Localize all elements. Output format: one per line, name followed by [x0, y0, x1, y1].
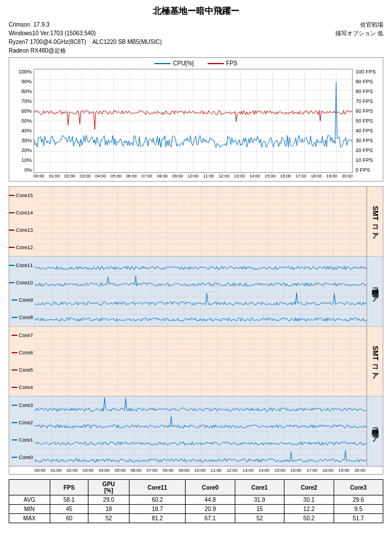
x-axis-main: 00:0001:0002:0003:0004:0005:0006:0007:00…: [34, 173, 353, 180]
meta-app-version: Crimson 17.9.3: [9, 20, 162, 29]
core-chart-area-Core15: [35, 187, 367, 204]
core-name-Core13: Core13: [16, 227, 33, 233]
section-group-3: Core3Core2Core1Core0物理コア: [9, 397, 383, 466]
core-charts: Core15Core14Core13Core12SMTコアCore11Core1…: [9, 186, 383, 475]
core-color-bar-Core14: [9, 212, 14, 213]
core-row-Core11: Core11: [9, 257, 367, 274]
core-label-Core7: Core7: [9, 332, 35, 338]
stats-cell-2: 29.0: [88, 495, 130, 505]
core-color-bar-Core13: [9, 230, 14, 231]
core-name-Core6: Core6: [19, 350, 33, 356]
core-chart-area-Core9: [35, 291, 367, 309]
core-chart-area-Core5: [35, 361, 367, 379]
stats-cell-5: 31.9: [235, 495, 284, 505]
core-row-Core10: Core10: [9, 274, 367, 291]
core-name-Core3: Core3: [19, 402, 33, 408]
section-group-2: Core7Core6Core5Core4SMTコア: [9, 327, 383, 397]
cpu-legend-line: [154, 63, 171, 64]
stats-cell-4: 20.9: [186, 505, 235, 514]
cpu-legend-label: CPU[%]: [173, 60, 194, 66]
section-rows-1: Core11Core10Core9Core8: [9, 257, 367, 326]
stats-cell-6: 12.2: [284, 505, 334, 514]
main-chart-area: [34, 69, 353, 173]
main-chart-svg: [34, 69, 352, 172]
core-chart-area-Core6: [35, 344, 367, 361]
cpu-legend: CPU[%]: [154, 60, 194, 66]
core-row-Core1: Core1: [9, 431, 367, 449]
core-chart-area-Core3: [35, 397, 367, 414]
col-header-core0: Core0: [186, 480, 235, 495]
core-color-bar-Core7: [12, 335, 17, 336]
stats-cell-2: 52: [88, 514, 130, 523]
core-row-Core4: Core4: [9, 379, 367, 396]
core-label-Core2: Core2: [9, 420, 35, 426]
core-color-bar-Core2: [12, 422, 17, 423]
section-rows-3: Core3Core2Core1Core0: [9, 397, 367, 466]
stats-cell-1: 45: [50, 505, 88, 514]
core-color-bar-Core12: [9, 247, 14, 248]
core-label-Core12: Core12: [9, 245, 35, 250]
core-chart-area-Core14: [35, 204, 367, 221]
core-color-bar-Core4: [12, 387, 17, 388]
col-header-core11: Core11: [129, 480, 185, 495]
core-chart-area-Core7: [35, 327, 367, 344]
core-color-bar-Core5: [12, 369, 17, 371]
meta-draw-option: 描写オプション 低: [335, 29, 383, 38]
core-color-bar-Core3: [12, 405, 17, 406]
core-name-Core9: Core9: [19, 297, 33, 303]
core-label-Core15: Core15: [9, 193, 35, 198]
core-row-Core8: Core8: [9, 309, 367, 326]
core-chart-area-Core1: [35, 431, 367, 449]
stats-cell-3: 18.7: [129, 505, 185, 514]
core-row-Core15: Core15: [9, 187, 367, 204]
core-row-Core5: Core5: [9, 361, 367, 379]
core-color-bar-Core1: [12, 439, 17, 441]
core-row-Core7: Core7: [9, 327, 367, 344]
stats-cell-0: MAX: [9, 514, 50, 523]
page-container: 北極基地ー暗中飛躍ー Crimson 17.9.3 Windows10 Ver.…: [0, 0, 392, 529]
col-header-fps: FPS: [50, 480, 88, 495]
stats-cell-3: 60.2: [129, 495, 185, 505]
section-label-3: 物理コア: [367, 397, 383, 466]
core-chart-area-Core10: [35, 274, 367, 291]
stats-cell-6: 30.1: [284, 495, 334, 505]
main-chart-wrapper: 100% 90% 80% 70% 60% 50% 40% 30% 20% 10%…: [10, 69, 382, 173]
core-label-Core9: Core9: [9, 297, 35, 303]
section-group-1: Core11Core10Core9Core8物理コア: [9, 257, 383, 327]
core-name-Core2: Core2: [19, 420, 33, 426]
core-name-Core14: Core14: [16, 210, 33, 216]
core-label-Core13: Core13: [9, 227, 35, 233]
core-chart-area-Core8: [35, 309, 367, 326]
core-row-Core14: Core14: [9, 204, 367, 221]
chart-legend: CPU[%] FPS: [9, 60, 383, 66]
col-header-core2: Core2: [284, 480, 334, 495]
core-name-Core11: Core11: [16, 262, 33, 268]
core-chart-area-Core2: [35, 414, 367, 431]
core-chart-area-Core4: [35, 379, 367, 396]
meta-cpu-audio: Ryzen7 1700@4.0GHz(8C8T) ALC1220 SB MB5(…: [9, 38, 162, 46]
stats-cell-2: 18: [88, 505, 130, 514]
core-x-axis: 00:0001:0002:0003:0004:0005:0006:0007:00…: [9, 466, 383, 474]
core-chart-area-Core11: [35, 257, 367, 274]
core-row-Core13: Core13: [9, 221, 367, 239]
core-row-Core9: Core9: [9, 291, 367, 309]
fps-legend-label: FPS: [226, 60, 237, 66]
stats-cell-0: AVG: [9, 495, 50, 505]
section-rows-2: Core7Core6Core5Core4: [9, 327, 367, 396]
fps-legend: FPS: [208, 60, 237, 66]
core-name-Core12: Core12: [16, 245, 33, 250]
core-color-bar-Core8: [12, 317, 17, 318]
core-chart-area-Core0: [35, 449, 367, 466]
stats-row: AVG58.129.060.244.831.930.129.6: [9, 495, 383, 505]
stats-cell-5: 52: [235, 514, 284, 523]
stats-cell-0: MIN: [9, 505, 50, 514]
core-name-Core8: Core8: [19, 314, 33, 320]
stats-table: FPS GPU[%] Core11 Core0 Core1 Core2 Core…: [9, 479, 383, 523]
y-axis-right: 100 FPS 90 FPS 80 FPS 70 FPS 60 FPS 50 F…: [354, 69, 382, 173]
meta-section: Crimson 17.9.3 Windows10 Ver.1703 (15063…: [9, 20, 383, 55]
core-label-Core10: Core10: [9, 280, 35, 286]
meta-os: Windows10 Ver.1703 (15063.540): [9, 29, 162, 38]
section-rows-0: Core15Core14Core13Core12: [9, 187, 367, 256]
core-label-Core6: Core6: [9, 350, 35, 356]
core-row-Core12: Core12: [9, 239, 367, 256]
